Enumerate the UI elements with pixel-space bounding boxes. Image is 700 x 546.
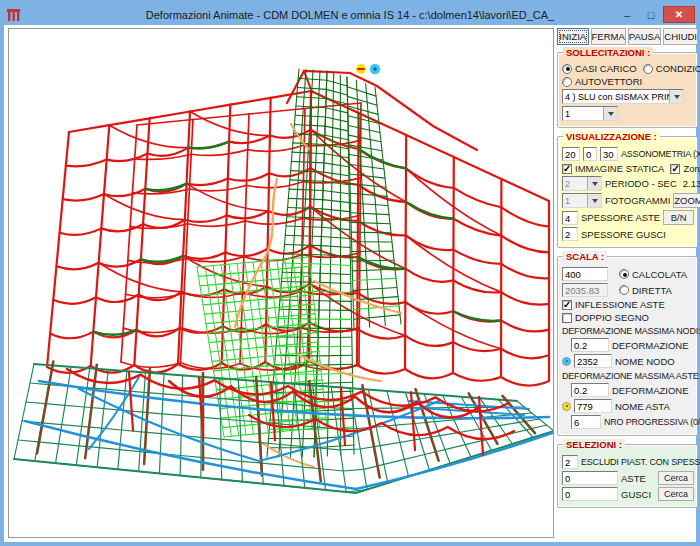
zoom-button[interactable]: ZOOM [673, 193, 700, 208]
calcolata-radio[interactable] [619, 269, 629, 279]
deformazione-aste-header: DEFORMAZIONE MASSIMA ASTE: [562, 371, 700, 381]
sollecitazioni-group: SOLLECITAZIONI : CASI CARICO CONDIZIONI … [557, 52, 698, 128]
condizioni-label: CONDIZIONI [656, 63, 700, 74]
periodo-label: PERIODO - SEC [605, 178, 677, 189]
casi-carico-label: CASI CARICO [575, 63, 637, 74]
nome-asta-input[interactable]: 779 [574, 399, 612, 413]
escludi-piast-label: ESCLUDI PIAST. CON SPESS. [581, 457, 700, 467]
spessore-aste-label: SPESSORE ASTE [581, 212, 660, 223]
casi-carico-radio[interactable] [562, 64, 572, 74]
nome-asta-label: NOME ASTA [615, 401, 670, 412]
maximize-icon[interactable]: □ [639, 6, 663, 23]
caso-carico-value: 4 ) SLU con SISMAX PRINC [563, 90, 669, 103]
nro-progressiva-label: NRO PROGRESSIVA (0/9) [604, 417, 700, 427]
spessore-gusci-label: SPESSORE GUSCI [581, 229, 666, 240]
visualizzazione-title: VISUALIZZAZIONE : [563, 131, 660, 142]
deformazione-nodi-label: DEFORMAZIONE [612, 340, 689, 351]
fotogrammi-label: FOTOGRAMMI [605, 195, 670, 206]
immagine-statica-checkbox[interactable] [562, 164, 572, 174]
periodo-select[interactable]: 2 [562, 176, 602, 191]
aste-label: ASTE [621, 473, 646, 484]
autovettori-radio[interactable] [562, 77, 572, 87]
app-window: Deformazioni Animate - CDM DOLMEN e omni… [0, 0, 700, 546]
close-icon[interactable]: ✕ [663, 6, 695, 23]
window-controls: – □ ✕ [615, 4, 696, 25]
deformazione-nodi-input[interactable]: 0.2 [571, 338, 609, 352]
periodo-value: 2.13 [683, 178, 700, 189]
nome-nodo-input[interactable]: 2352 [574, 354, 612, 368]
control-panel: INIZIA FERMA PAUSA CHIUDI SOLLECITAZIONI… [557, 28, 698, 539]
nro-progressiva-input[interactable]: 6 [571, 415, 601, 429]
calcolata-label: CALCOLATA [632, 269, 687, 280]
model-viewport[interactable] [8, 28, 554, 538]
escludi-piast-input[interactable]: 2 [562, 455, 578, 469]
model-svg [9, 29, 553, 537]
zorder-label: Zorder [683, 163, 700, 174]
deformazione-nodi-header: DEFORMAZIONE MASSIMA NODI: [562, 326, 700, 336]
caso-carico-select[interactable]: 4 ) SLU con SISMAX PRINC [562, 89, 684, 104]
scala-title: SCALA : [563, 251, 607, 262]
condizioni-radio[interactable] [643, 64, 653, 74]
periodo-selected: 2 [563, 177, 587, 190]
selezioni-group: SELEZIONI : 2 ESCLUDI PIAST. CON SPESS. … [557, 444, 698, 508]
doppio-segno-label: DOPPIO SEGNO [575, 312, 649, 323]
sollecitazioni-title: SOLLECITAZIONI : [563, 47, 653, 58]
selezioni-title: SELEZIONI : [563, 439, 625, 450]
client-area: INIZIA FERMA PAUSA CHIUDI SOLLECITAZIONI… [4, 25, 696, 542]
pausa-button[interactable]: PAUSA [628, 28, 662, 45]
inflessione-aste-label: INFLESSIONE ASTE [575, 299, 665, 310]
chevron-down-icon [587, 177, 601, 190]
axo-x-input[interactable]: 20 [562, 147, 580, 161]
visualizzazione-group: VISUALIZZAZIONE : 20 0 30 ASSONOMETRIA (… [557, 136, 698, 248]
window-title: Deformazioni Animate - CDM DOLMEN e omni… [4, 9, 696, 21]
ferma-button[interactable]: FERMA [591, 28, 626, 45]
nome-nodo-label: NOME NODO [615, 356, 675, 367]
zorder-checkbox[interactable] [670, 164, 680, 174]
title-bar: Deformazioni Animate - CDM DOLMEN e omni… [4, 4, 696, 25]
diretta-radio[interactable] [619, 285, 629, 295]
doppio-segno-checkbox[interactable] [562, 313, 572, 323]
animation-toolbar: INIZIA FERMA PAUSA CHIUDI [557, 28, 698, 45]
node-marker-icon [562, 357, 571, 366]
chevron-down-icon[interactable] [603, 107, 617, 120]
spessore-aste-input[interactable]: 4 [562, 211, 578, 225]
immagine-statica-label: IMMAGINE STATICA [575, 163, 664, 174]
axo-y-input[interactable]: 0 [583, 147, 597, 161]
chevron-down-icon [587, 194, 601, 207]
diretta-label: DIRETTA [632, 285, 672, 296]
axo-z-input[interactable]: 30 [600, 147, 618, 161]
minimize-icon[interactable]: – [615, 6, 639, 23]
axo-label: ASSONOMETRIA (X Y Z): [621, 149, 700, 159]
aste-input[interactable]: 0 [562, 471, 618, 485]
spessore-gusci-input[interactable]: 2 [562, 227, 578, 241]
scala-calcolata-input[interactable]: 400 [562, 267, 608, 281]
deformazione-aste-label: DEFORMAZIONE [612, 385, 689, 396]
inflessione-aste-checkbox[interactable] [562, 300, 572, 310]
bn-button[interactable]: B/N [663, 210, 694, 225]
chevron-down-icon[interactable] [669, 90, 683, 103]
cerca-gusci-button[interactable]: Cerca [658, 487, 694, 501]
gusci-label: GUSCI [621, 489, 651, 500]
fotogrammi-select[interactable]: 1 [562, 193, 602, 208]
deformazione-aste-input[interactable]: 0.2 [571, 383, 609, 397]
numero-select[interactable]: 1 [562, 106, 618, 121]
numero-value: 1 [563, 107, 603, 120]
asta-marker-icon [562, 402, 571, 411]
inizia-button[interactable]: INIZIA [557, 28, 589, 45]
autovettori-label: AUTOVETTORI [575, 76, 642, 87]
scala-group: SCALA : 400 CALCOLATA 2035.83 DIRETTA IN… [557, 256, 698, 436]
scala-diretta-input[interactable]: 2035.83 [562, 283, 608, 297]
cerca-aste-button[interactable]: Cerca [658, 471, 694, 485]
gusci-input[interactable]: 0 [562, 487, 618, 501]
fotogrammi-selected: 1 [563, 194, 587, 207]
chiudi-button[interactable]: CHIUDI [663, 28, 698, 45]
